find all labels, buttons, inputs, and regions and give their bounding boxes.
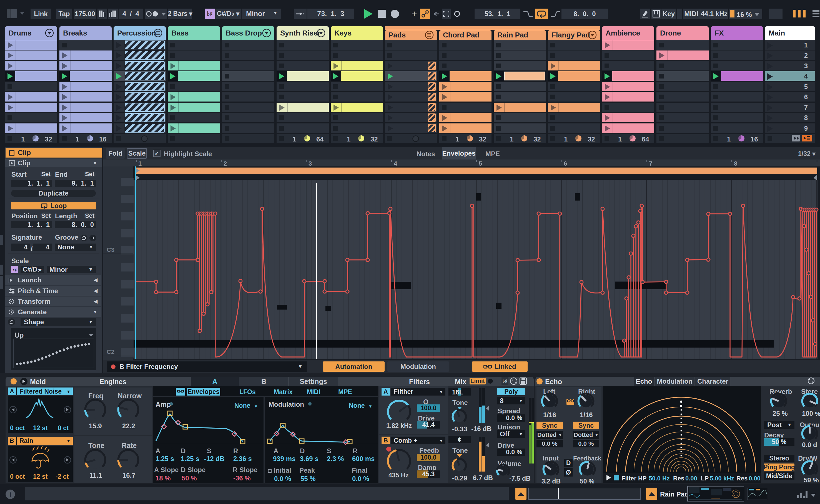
svg-text:i: i [9, 490, 11, 499]
